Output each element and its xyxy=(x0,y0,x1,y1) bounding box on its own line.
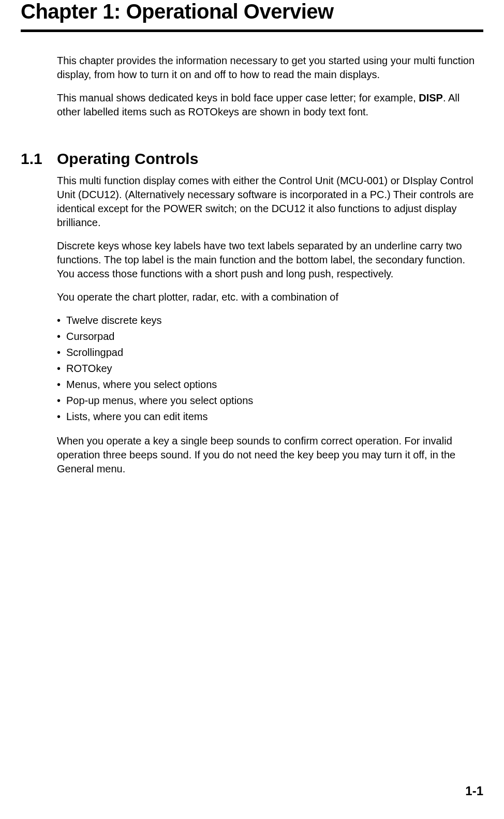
list-item: •Twelve discrete keys xyxy=(57,312,478,329)
section-paragraph-2: Discrete keys whose key labels have two … xyxy=(57,239,478,281)
bullet-text: Menus, where you select options xyxy=(66,377,478,393)
section-paragraph-3: You operate the chart plotter, radar, et… xyxy=(57,290,478,304)
bullet-text: Cursorpad xyxy=(66,329,478,345)
section-title: Operating Controls xyxy=(57,150,483,168)
list-item: •Pop-up menus, where you select options xyxy=(57,393,478,409)
list-item: •Cursorpad xyxy=(57,329,478,345)
section-paragraph-4: When you operate a key a single beep sou… xyxy=(57,434,478,476)
intro-text-a: This manual shows dedicated keys in bold… xyxy=(57,92,419,103)
bullet-icon: • xyxy=(57,377,66,393)
key-example: DISP xyxy=(419,92,443,103)
bullet-icon: • xyxy=(57,312,66,329)
bullet-icon: • xyxy=(57,393,66,409)
bullet-icon: • xyxy=(57,361,66,377)
section-paragraph-1: This multi function display comes with e… xyxy=(57,174,478,230)
bullet-text: Twelve discrete keys xyxy=(66,312,478,329)
list-item: •ROTOkey xyxy=(57,361,478,377)
bullet-icon: • xyxy=(57,345,66,361)
bullet-text: ROTOkey xyxy=(66,361,478,377)
bullet-list: •Twelve discrete keys •Cursorpad •Scroll… xyxy=(57,312,478,425)
bullet-icon: • xyxy=(57,409,66,425)
section-number: 1.1 xyxy=(21,150,57,168)
list-item: •Menus, where you select options xyxy=(57,377,478,393)
list-item: •Scrollingpad xyxy=(57,345,478,361)
chapter-title: Chapter 1: Operational Overview xyxy=(21,0,483,32)
bullet-text: Scrollingpad xyxy=(66,345,478,361)
list-item: •Lists, where you can edit items xyxy=(57,409,478,425)
intro-paragraph-2: This manual shows dedicated keys in bold… xyxy=(57,91,478,119)
bullet-text: Lists, where you can edit items xyxy=(66,409,478,425)
bullet-text: Pop-up menus, where you select options xyxy=(66,393,478,409)
page-number: 1-1 xyxy=(465,784,483,798)
intro-paragraph-1: This chapter provides the information ne… xyxy=(57,54,478,82)
bullet-icon: • xyxy=(57,329,66,345)
section-header: 1.1 Operating Controls xyxy=(21,150,483,168)
